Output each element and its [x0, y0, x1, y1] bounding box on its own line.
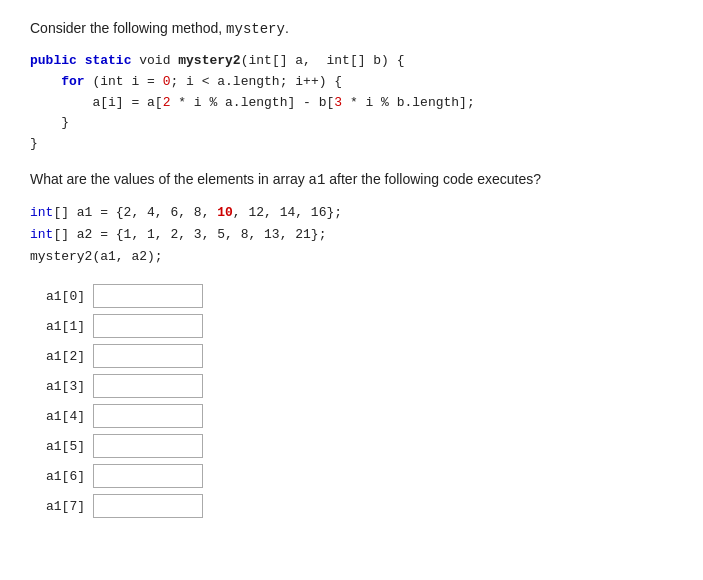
answer-input-0[interactable]	[93, 284, 203, 308]
answer-input-4[interactable]	[93, 404, 203, 428]
answer-label-3: a1[3]	[30, 379, 85, 394]
answer-label-0: a1[0]	[30, 289, 85, 304]
code-snippet: int[] a1 = {2, 4, 6, 8, 10, 12, 14, 16};…	[30, 202, 673, 268]
answer-row: a1[5]	[30, 434, 673, 458]
answer-label-2: a1[2]	[30, 349, 85, 364]
answer-label-1: a1[1]	[30, 319, 85, 334]
answer-input-2[interactable]	[93, 344, 203, 368]
answer-input-1[interactable]	[93, 314, 203, 338]
answer-input-7[interactable]	[93, 494, 203, 518]
answer-input-5[interactable]	[93, 434, 203, 458]
answer-row: a1[6]	[30, 464, 673, 488]
question-text: What are the values of the elements in a…	[30, 171, 673, 188]
method-code-block: public static void mystery2(int[] a, int…	[30, 51, 673, 155]
answer-row: a1[0]	[30, 284, 673, 308]
answer-row: a1[3]	[30, 374, 673, 398]
answer-label-5: a1[5]	[30, 439, 85, 454]
answer-grid: a1[0]a1[1]a1[2]a1[3]a1[4]a1[5]a1[6]a1[7]	[30, 284, 673, 518]
answer-row: a1[7]	[30, 494, 673, 518]
answer-row: a1[2]	[30, 344, 673, 368]
answer-label-6: a1[6]	[30, 469, 85, 484]
intro-text: Consider the following method, mystery.	[30, 20, 673, 37]
answer-row: a1[1]	[30, 314, 673, 338]
answer-input-6[interactable]	[93, 464, 203, 488]
answer-label-7: a1[7]	[30, 499, 85, 514]
answer-input-3[interactable]	[93, 374, 203, 398]
answer-label-4: a1[4]	[30, 409, 85, 424]
answer-row: a1[4]	[30, 404, 673, 428]
